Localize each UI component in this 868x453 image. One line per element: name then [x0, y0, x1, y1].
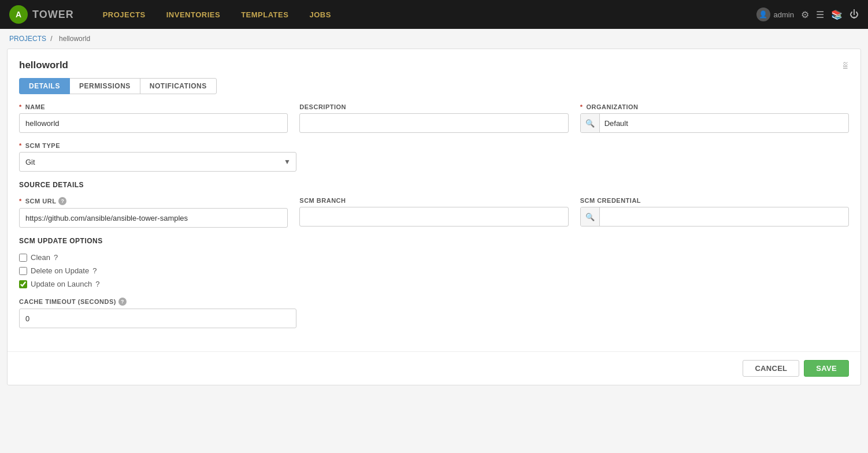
scm-update-options-header: SCM UPDATE OPTIONS: [19, 237, 849, 245]
form-row-source: * SCM URL ? SCM BRANCH SCM CREDENTIAL 🔍: [19, 197, 849, 228]
form-group-description: DESCRIPTION: [299, 103, 568, 133]
update-on-launch-help-icon[interactable]: ?: [95, 280, 99, 288]
card-header: helloworld ⩰: [8, 49, 860, 78]
power-icon[interactable]: ⏻: [850, 9, 859, 20]
cache-timeout-input[interactable]: [19, 309, 296, 328]
organization-label: * ORGANIZATION: [580, 103, 849, 110]
checkbox-clean[interactable]: Clean ?: [19, 253, 849, 262]
nav-item-templates[interactable]: TEMPLATES: [231, 0, 299, 29]
organization-required: *: [580, 103, 583, 110]
breadcrumb-separator: /: [50, 35, 52, 43]
scm-credential-label: SCM CREDENTIAL: [580, 197, 849, 204]
scm-url-input[interactable]: [19, 208, 288, 228]
logo-letter: A: [16, 10, 21, 19]
delete-on-update-help-icon[interactable]: ?: [92, 266, 97, 275]
breadcrumb-current: helloworld: [59, 35, 90, 43]
form-row-scm-type: * SCM TYPE Git SVN Mercurial Manual ▼: [19, 142, 849, 172]
scm-type-select[interactable]: Git SVN Mercurial Manual: [19, 152, 296, 172]
organization-search: 🔍: [580, 113, 849, 133]
scm-type-label: * SCM TYPE: [19, 142, 296, 149]
nav-item-projects[interactable]: PROJECTS: [92, 0, 156, 29]
description-input[interactable]: [299, 113, 568, 133]
nav-item-jobs[interactable]: JOBS: [299, 0, 341, 29]
scm-credential-search-icon: 🔍: [581, 207, 600, 226]
update-on-launch-checkbox[interactable]: [19, 280, 27, 288]
cancel-button[interactable]: CANCEL: [743, 360, 799, 377]
organization-input[interactable]: [600, 114, 848, 132]
scm-url-label: * SCM URL ?: [19, 197, 288, 205]
scm-branch-input[interactable]: [299, 207, 568, 226]
delete-on-update-label: Delete on Update: [31, 266, 89, 275]
book-icon[interactable]: 📚: [831, 9, 843, 20]
clean-label: Clean: [31, 253, 50, 262]
form-body: * NAME DESCRIPTION * ORGANIZATION 🔍: [8, 103, 860, 340]
scm-url-help-icon[interactable]: ?: [58, 197, 66, 205]
navbar-nav: PROJECTS INVENTORIES TEMPLATES JOBS: [92, 0, 756, 29]
navbar-brand: TOWER: [32, 9, 74, 21]
update-on-launch-label: Update on Launch: [31, 280, 92, 288]
tab-details[interactable]: DETAILS: [19, 78, 70, 94]
card-title: helloworld: [19, 60, 68, 71]
form-group-organization: * ORGANIZATION 🔍: [580, 103, 849, 133]
settings-icon[interactable]: ⚙: [801, 9, 809, 20]
list-icon[interactable]: ☰: [816, 9, 824, 20]
cache-timeout-group: CACHE TIMEOUT (SECONDS) ?: [19, 298, 849, 328]
form-group-scm-url: * SCM URL ?: [19, 197, 288, 228]
cache-timeout-help-icon[interactable]: ?: [118, 298, 127, 306]
scm-update-checkboxes: Clean ? Delete on Update ? Update on Lau…: [19, 253, 849, 288]
tabs: DETAILS PERMISSIONS NOTIFICATIONS: [8, 78, 860, 103]
tab-notifications[interactable]: NOTIFICATIONS: [140, 78, 217, 94]
nav-item-inventories[interactable]: INVENTORIES: [156, 0, 231, 29]
checkbox-delete-on-update[interactable]: Delete on Update ?: [19, 266, 849, 275]
navbar-right: 👤 admin ⚙ ☰ 📚 ⏻: [756, 8, 859, 21]
navbar-user: 👤 admin: [756, 8, 794, 21]
name-required: *: [19, 103, 22, 110]
clean-checkbox[interactable]: [19, 254, 27, 262]
navbar: A TOWER PROJECTS INVENTORIES TEMPLATES J…: [0, 0, 868, 29]
organization-search-icon: 🔍: [581, 114, 600, 132]
delete-on-update-checkbox[interactable]: [19, 267, 27, 275]
breadcrumb: PROJECTS / helloworld: [0, 29, 868, 49]
tab-permissions[interactable]: PERMISSIONS: [69, 78, 140, 94]
scm-type-required: *: [19, 142, 22, 149]
scm-url-required: *: [19, 198, 22, 205]
form-group-name: * NAME: [19, 103, 288, 133]
cache-timeout-label: CACHE TIMEOUT (SECONDS) ?: [19, 298, 849, 306]
scm-branch-label: SCM BRANCH: [299, 197, 568, 204]
form-group-scm-credential: SCM CREDENTIAL 🔍: [580, 197, 849, 228]
source-details-header: SOURCE DETAILS: [19, 181, 849, 189]
card-footer: CANCEL SAVE: [8, 351, 860, 385]
user-icon: 👤: [756, 8, 770, 21]
scm-type-select-wrap: Git SVN Mercurial Manual ▼: [19, 152, 296, 172]
form-group-scm-type: * SCM TYPE Git SVN Mercurial Manual ▼: [19, 142, 296, 172]
description-label: DESCRIPTION: [299, 103, 568, 110]
name-input[interactable]: [19, 113, 288, 133]
cache-timeout-wrap: [19, 309, 296, 328]
checkbox-update-on-launch[interactable]: Update on Launch ?: [19, 280, 849, 288]
scm-credential-search: 🔍: [580, 207, 849, 226]
navbar-logo: A: [9, 5, 28, 24]
navbar-username: admin: [774, 10, 794, 19]
form-group-scm-branch: SCM BRANCH: [299, 197, 568, 228]
scm-credential-input[interactable]: [600, 207, 848, 226]
close-icon[interactable]: ⩰: [843, 60, 849, 71]
project-card: helloworld ⩰ DETAILS PERMISSIONS NOTIFIC…: [7, 49, 861, 385]
form-row-1: * NAME DESCRIPTION * ORGANIZATION 🔍: [19, 103, 849, 133]
clean-help-icon[interactable]: ?: [54, 253, 58, 262]
name-label: * NAME: [19, 103, 288, 110]
breadcrumb-parent[interactable]: PROJECTS: [9, 35, 46, 43]
save-button[interactable]: SAVE: [804, 360, 849, 377]
